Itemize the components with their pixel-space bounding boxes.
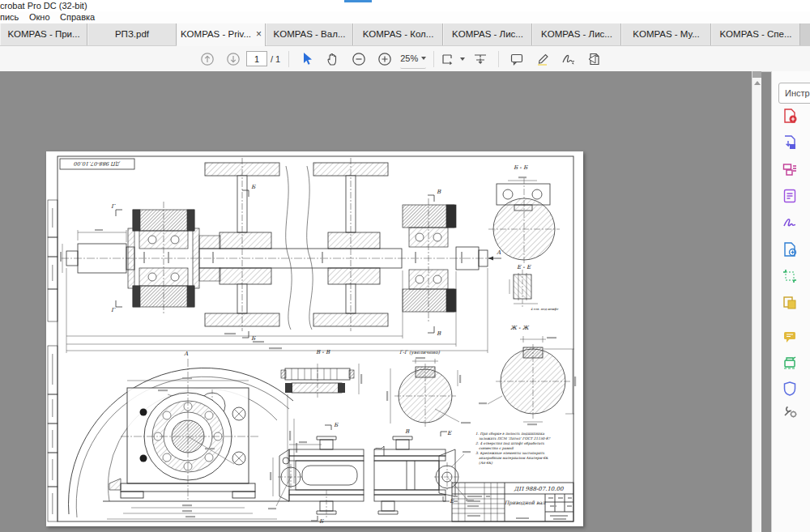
next-page-button[interactable] [223, 49, 244, 69]
svg-text:2. 4 отверстия под штифт обраб: 2. 4 отверстия под штифт обработать [475, 441, 545, 445]
tool-fill-sign[interactable] [780, 213, 799, 232]
tab-kompas-lis2[interactable]: KOMPAS - Лис... [532, 23, 621, 45]
tab-kompas-mu[interactable]: KOMPAS - Му... [621, 23, 711, 45]
tab-kompas-kol[interactable]: KOMPAS - Кол... [353, 23, 443, 45]
scroll-up-icon[interactable] [754, 81, 761, 85]
section-jj-view: Ж - Ж [479, 325, 576, 425]
section-vv-view: В - В [281, 349, 362, 398]
bracket-detail-1: Б [268, 422, 364, 525]
part-name: Приводной вал [505, 500, 546, 506]
wheel-2 [313, 158, 388, 331]
export-pdf-icon [782, 134, 798, 151]
engineering-drawing: ДП 988-07.10.00 [46, 151, 583, 526]
previous-page-button[interactable] [197, 49, 218, 69]
edit-pdf-icon [782, 188, 798, 204]
highlight-tool-button[interactable] [532, 49, 553, 69]
minus-circle-icon [352, 52, 366, 66]
svg-text:анаэробным материалом Анатерм-: анаэробным материалом Анатерм-6К [479, 456, 548, 460]
view-a-housing: А [69, 351, 298, 519]
menu-item-help[interactable]: Справка [60, 12, 95, 22]
tool-comment[interactable] [780, 327, 799, 347]
page-display-mode-dropdown[interactable] [441, 49, 465, 69]
plus-circle-icon [377, 52, 392, 66]
chevron-down-icon [460, 57, 465, 61]
view-a-arrow: А [488, 249, 501, 260]
tool-scan-ocr[interactable] [780, 354, 799, 373]
menu-item-sign[interactable]: пись [0, 12, 19, 22]
svg-text:Ж - Ж: Ж - Ж [510, 325, 530, 331]
svg-text:Б: Б [334, 422, 339, 428]
fill-sign-icon [782, 215, 798, 231]
tools-search-input[interactable]: Инстр [778, 83, 810, 104]
zoom-level-dropdown[interactable]: 25% [400, 49, 426, 69]
svg-text:Б - Б: Б - Б [514, 164, 528, 171]
corner-stamp: ДП 988-07.10.00 [60, 159, 134, 169]
svg-text:Б: Б [319, 518, 324, 525]
page-number-input[interactable] [246, 51, 267, 66]
sign-tool-button[interactable] [558, 49, 579, 69]
tab-kompas-pri[interactable]: KOMPAS - При... [0, 23, 87, 45]
svg-text:А: А [184, 351, 189, 357]
tool-export-pdf[interactable] [780, 133, 799, 152]
svg-text:Г-Г (увеличено): Г-Г (увеличено) [399, 349, 441, 355]
view-gg: Г-Г (увеличено) [386, 349, 471, 428]
svg-text:В - В: В - В [316, 349, 330, 355]
tab-rpz-pdf[interactable]: РПЗ.pdf [87, 23, 177, 45]
scan-icon [782, 355, 798, 372]
svg-text:заложить ПСМ 'Литол' ГОСТ 2115: заложить ПСМ 'Литол' ГОСТ 21150-87 [479, 436, 552, 440]
signature-icon [561, 52, 577, 66]
svg-text:ДП 988-07.10.00: ДП 988-07.10.00 [74, 160, 120, 167]
tool-crop-pages[interactable] [780, 266, 799, 286]
scrolling-mode-icon [441, 52, 458, 66]
svg-text:3. Крепежные элементы застопор: 3. Крепежные элементы застопорить [475, 451, 545, 455]
title-block: ДП 988-07.10.00 Приводной вал [452, 483, 573, 521]
window-titlebar: crobat Pro DC (32-bit) [0, 0, 810, 11]
doc-number: ДП 988-07.10.00 [514, 486, 564, 492]
tool-more-tools[interactable] [780, 401, 799, 420]
crop-icon [782, 268, 798, 284]
hand-tool-button[interactable] [322, 49, 343, 69]
tab-kompas-priv-active[interactable]: KOMPAS - Priv...× [177, 23, 266, 47]
wrench-gear-icon [782, 402, 798, 419]
convert-tool-button[interactable] [584, 49, 605, 69]
select-tool-button[interactable] [296, 49, 318, 69]
svg-text:Г: Г [111, 307, 116, 313]
svg-text:Е - Е: Е - Е [517, 264, 531, 270]
tool-organize-pages[interactable] [780, 160, 799, 179]
tab-close-icon[interactable]: × [256, 23, 262, 45]
frame-micro-text [52, 208, 53, 514]
page-count-label: / 1 [271, 54, 280, 64]
zoom-level-value: 25% [400, 53, 418, 63]
tab-kompas-val[interactable]: KOMPAS - Вал... [266, 23, 353, 45]
pdf-page: ДП 988-07.10.00 [46, 151, 583, 526]
top-blue-strip [344, 0, 372, 2]
scrollbar-top-block [752, 71, 761, 78]
window-title: crobat Pro DC (32-bit) [0, 1, 87, 11]
zoom-in-button[interactable] [374, 49, 395, 69]
comment-tool-button[interactable] [506, 49, 527, 69]
svg-text:А: А [497, 249, 501, 256]
right-bearing-unit [403, 198, 456, 321]
document-viewport[interactable]: ДП 988-07.10.00 [0, 71, 761, 532]
svg-text:4 отв. под штифт: 4 отв. под штифт [531, 307, 559, 311]
tool-edit-pdf[interactable] [780, 186, 799, 206]
svg-text:совместно с рамой: совместно с рамой [479, 446, 514, 450]
tab-kompas-spe[interactable]: KOMPAS - Спе... [711, 23, 800, 45]
sheet-frame [48, 156, 573, 521]
tool-combine-files[interactable] [780, 293, 799, 313]
menu-item-window[interactable]: Окно [29, 12, 50, 22]
comment-bubble-icon [509, 52, 524, 66]
fit-width-button[interactable] [470, 49, 491, 69]
highlighter-icon [535, 52, 550, 66]
zoom-out-button[interactable] [348, 49, 369, 69]
tool-protect[interactable] [780, 379, 799, 398]
svg-text:В: В [437, 189, 441, 195]
tab-kompas-lis1[interactable]: KOMPAS - Лис... [443, 23, 532, 45]
document-scrollbar[interactable] [752, 71, 761, 532]
document-tab-bar: KOMPAS - При... РПЗ.pdf KOMPAS - Priv...… [0, 23, 810, 47]
menu-bar: пись Окно Справка [0, 11, 810, 23]
tool-create-from-file[interactable] [780, 240, 799, 259]
tool-create-pdf[interactable] [780, 106, 799, 126]
export-page-icon [587, 52, 602, 66]
hand-icon [326, 52, 340, 66]
